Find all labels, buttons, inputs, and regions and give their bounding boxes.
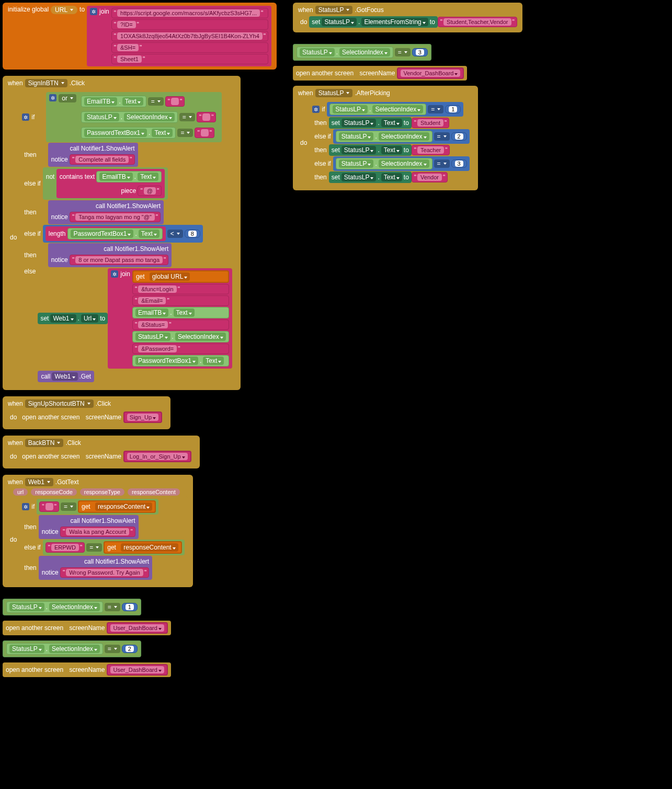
join-block[interactable]: ✲ join "https://script.google.com/macros…: [87, 6, 271, 66]
var-name-dropdown[interactable]: URL: [51, 6, 77, 14]
open-another-screen-float[interactable]: open another screen screenName User_Dash…: [3, 621, 171, 635]
open-another-screen-float[interactable]: open another screen screenName User_Dash…: [3, 662, 171, 677]
join-block[interactable]: ✲ join get global URL "&func=Login" "&Em…: [108, 268, 232, 369]
text-literal[interactable]: "https://script.google.com/macros/s/AKfy…: [111, 8, 268, 18]
getter-pwd-text[interactable]: PasswordTextBox1.Text: [81, 127, 176, 139]
compare-eq[interactable]: StatusLP.SelectionIndex = 2: [333, 129, 470, 144]
gear-icon[interactable]: ✲: [111, 270, 118, 278]
open-another-screen[interactable]: open another screen screenName Log_In_or…: [19, 449, 194, 464]
compare-eq[interactable]: StatusLP.SelectionIndex = 1: [327, 102, 463, 117]
param-responsecontent: responseContent: [128, 488, 180, 496]
call-notifier-showalert[interactable]: call Notifier1.ShowAlert notice "8 or mo…: [48, 243, 172, 267]
if-block[interactable]: ✲ if " " = get responseContent then call…: [19, 496, 187, 582]
get-responsecontent[interactable]: get responseContent: [78, 500, 156, 513]
screen-name-dropdown[interactable]: Log_In_or_Sign_Up: [123, 451, 191, 462]
component-dropdown[interactable]: SignUpShortcutBTN: [25, 399, 94, 408]
getter-emailtb-text[interactable]: EmailTB.Text: [81, 96, 146, 107]
gear-icon[interactable]: ✲: [49, 94, 56, 101]
screen-name-dropdown[interactable]: Sign_Up: [123, 411, 162, 423]
not-block[interactable]: not contains text EmailTB.Text piece "@": [43, 167, 168, 200]
call-notifier-showalert[interactable]: call Notifier1.ShowAlert notice "Wrong P…: [39, 556, 152, 580]
compare-eq[interactable]: EmailTB.Text = " ": [78, 94, 219, 109]
get-responsecontent[interactable]: get responseContent: [104, 541, 181, 554]
getter-statuslp-selindex[interactable]: StatusLP.SelectionIndex: [81, 111, 178, 123]
when-signup-shortcut-click[interactable]: when SignUpShortcutBTN .Click do open an…: [3, 396, 170, 429]
gear-icon[interactable]: ✲: [22, 113, 29, 121]
gear-icon[interactable]: ✲: [312, 106, 320, 113]
text-literal[interactable]: "Sheet1": [111, 54, 268, 64]
param-responsetype: responseType: [80, 488, 124, 496]
or-block[interactable]: ✲ or EmailTB.Text = " " StatusLP.Selecti…: [46, 92, 222, 142]
when-statuslp-gotfocus[interactable]: when StatusLP .GotFocus do set StatusLP.…: [293, 3, 522, 32]
init-label: initialize global: [8, 6, 49, 13]
text-literal[interactable]: "&SH=": [111, 42, 268, 53]
length-block[interactable]: length PasswordTextBox1.Text: [45, 226, 166, 241]
init-global-url-block[interactable]: initialize global URL to ✲ join "https:/…: [3, 3, 277, 70]
call-notifier-showalert[interactable]: call Notifier1.ShowAlert notice "Complet…: [48, 143, 138, 167]
compare-eq[interactable]: StatusLP.SelectionIndex = 3: [333, 156, 470, 171]
compare-eq[interactable]: PasswordTextBox1.Text = " ": [78, 125, 219, 140]
set-statuslp-text[interactable]: setStatusLP.Textto: [329, 144, 412, 156]
number-literal[interactable]: 8: [185, 230, 200, 238]
compare-eq[interactable]: StatusLP.SelectionIndex = " ": [78, 110, 219, 124]
component-dropdown[interactable]: BackBTN: [25, 439, 64, 447]
open-another-screen[interactable]: open another screen screenName Sign_Up: [19, 410, 165, 425]
when-back-click[interactable]: when BackBTN .Click do open another scre…: [3, 436, 200, 468]
if-block[interactable]: ✲ if StatusLP.SelectionIndex = 1 then se…: [309, 99, 472, 186]
if-block[interactable]: ✲ if ✲ or EmailTB.Text = " " StatusLP.Se…: [19, 89, 235, 385]
when-signin-click[interactable]: when SignInBTN .Click do ✲ if ✲ or Email…: [3, 76, 241, 390]
call-notifier-showalert[interactable]: call Notifier1.ShowAlert notice "Wala ka…: [39, 515, 139, 539]
gear-icon[interactable]: ✲: [22, 503, 29, 510]
set-statuslp-text[interactable]: setStatusLP.Textto: [329, 117, 412, 129]
get-global-url[interactable]: get global URL: [132, 270, 229, 283]
compare-eq[interactable]: "ERPWD" = get responseContent: [43, 540, 185, 555]
param-url: url: [13, 488, 28, 496]
compare-eq-float[interactable]: StatusLP.SelectionIndex = 1: [3, 599, 141, 615]
gear-icon[interactable]: ✲: [90, 8, 97, 15]
call-notifier-showalert[interactable]: call Notifier1.ShowAlert notice "Tanga m…: [48, 200, 164, 224]
set-statuslp-elements[interactable]: set StatusLP.ElementsFromString to: [309, 16, 437, 28]
component-dropdown[interactable]: StatusLP: [315, 89, 353, 97]
component-dropdown[interactable]: SignInBTN: [25, 79, 67, 87]
set-web1-url[interactable]: set Web1.Url to: [38, 313, 108, 324]
contains-block[interactable]: contains text EmailTB.Text piece "@": [56, 169, 165, 198]
open-another-screen-vendor[interactable]: open another screen screenName Vendor_Da…: [293, 66, 467, 81]
call-web1-get[interactable]: call Web1.Get: [38, 371, 94, 382]
compare-eq-float[interactable]: StatusLP.SelectionIndex = 2: [3, 641, 141, 657]
text-literal[interactable]: "1OXASk8Jzq8jeo54AtXz0b7tbJgBySEI1B4Kon-…: [111, 31, 268, 41]
when-statuslp-afterpicking[interactable]: when StatusLP .AfterPicking do ✲ if Stat…: [293, 86, 478, 190]
compare-eq[interactable]: " " = get responseContent: [37, 499, 158, 514]
param-responsecode: responseCode: [31, 488, 77, 496]
compare-eq-float[interactable]: StatusLP.SelectionIndex = 3: [293, 44, 431, 61]
compare-lt[interactable]: length PasswordTextBox1.Text < 8: [43, 225, 203, 243]
component-dropdown[interactable]: Web1: [25, 478, 53, 486]
when-web1-gottext[interactable]: when Web1 .GotText url responseCode resp…: [3, 475, 193, 587]
to-label: to: [79, 6, 85, 13]
component-dropdown[interactable]: StatusLP: [315, 6, 353, 14]
set-statuslp-text[interactable]: setStatusLP.Textto: [329, 171, 412, 183]
text-literal[interactable]: "?ID=": [111, 19, 268, 30]
